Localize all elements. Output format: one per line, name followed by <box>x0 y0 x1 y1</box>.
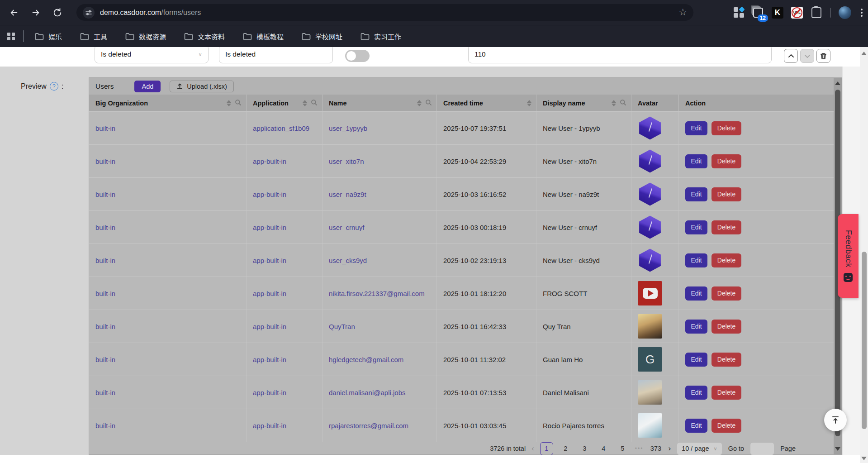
sort-icon[interactable] <box>303 100 307 106</box>
help-icon[interactable]: ? <box>50 82 58 91</box>
is-deleted-select[interactable]: Is deleted ∨ <box>95 47 209 63</box>
application-link[interactable]: app-built-in <box>253 422 286 430</box>
sort-icon[interactable] <box>527 100 531 106</box>
move-down-button[interactable] <box>800 49 814 63</box>
browser-scrollbar-thumb[interactable] <box>862 252 867 429</box>
move-up-button[interactable] <box>784 49 798 63</box>
search-icon[interactable] <box>620 99 626 107</box>
delete-button[interactable]: Delete <box>711 253 741 267</box>
organization-link[interactable]: built-in <box>95 224 115 231</box>
prev-page-button[interactable]: ‹ <box>531 444 534 453</box>
column-header[interactable]: Avatar <box>631 95 679 111</box>
delete-button[interactable]: Delete <box>711 187 741 201</box>
user-name-link[interactable]: rpajarestorres@gmail.com <box>329 422 408 430</box>
search-icon[interactable] <box>235 99 242 107</box>
application-link[interactable]: app-built-in <box>253 158 286 165</box>
add-button[interactable]: Add <box>134 81 161 92</box>
delete-button[interactable]: Delete <box>711 220 741 234</box>
user-name-link[interactable]: user_xito7n <box>329 158 364 165</box>
sort-icon[interactable] <box>612 100 616 106</box>
column-header[interactable]: Name <box>323 95 437 111</box>
bookmark-folder[interactable]: 学校网址 <box>302 32 342 41</box>
application-link[interactable]: app-built-in <box>253 323 286 330</box>
pagination-ellipsis[interactable]: ••• <box>635 445 644 452</box>
keepa-extension-icon[interactable]: K <box>772 7 783 19</box>
bookmark-folder[interactable]: 工具 <box>80 32 107 41</box>
tab-organizer-extension-icon[interactable] <box>733 7 745 19</box>
column-header[interactable]: Action <box>679 95 834 111</box>
bookmark-folder[interactable]: 数据资源 <box>125 32 166 41</box>
is-deleted-input[interactable]: Is deleted <box>219 47 333 63</box>
edit-button[interactable]: Edit <box>685 253 707 267</box>
pagination-page-1[interactable]: 1 <box>540 442 553 455</box>
pagination-page-5[interactable]: 5 <box>616 442 629 455</box>
bookmark-folder[interactable]: 实习工作 <box>360 32 401 41</box>
profile-avatar[interactable] <box>839 6 851 19</box>
edit-button[interactable]: Edit <box>685 320 707 334</box>
application-link[interactable]: app-built-in <box>253 257 286 264</box>
feedback-tab[interactable]: Feedback <box>838 214 859 298</box>
browser-scrollbar[interactable] <box>860 47 868 463</box>
back-button[interactable] <box>6 5 22 20</box>
number-input[interactable]: 110 <box>468 47 772 63</box>
forward-button[interactable] <box>28 5 43 20</box>
application-link[interactable]: app-built-in <box>253 191 286 198</box>
column-header[interactable]: Created time <box>437 95 536 111</box>
user-name-link[interactable]: nikita.firsov.221337@gmail.com <box>329 290 425 297</box>
application-link[interactable]: app-built-in <box>253 356 286 363</box>
organization-link[interactable]: built-in <box>95 158 115 165</box>
edit-button[interactable]: Edit <box>685 187 707 201</box>
application-link[interactable]: app-built-in <box>253 389 286 396</box>
edit-button[interactable]: Edit <box>685 286 707 301</box>
pagination-page-4[interactable]: 4 <box>597 442 610 455</box>
column-header[interactable]: Big Organization <box>89 95 247 111</box>
site-settings-icon[interactable] <box>83 7 95 19</box>
scroll-up-icon[interactable] <box>861 52 867 55</box>
organization-link[interactable]: built-in <box>95 257 115 264</box>
delete-button[interactable]: Delete <box>711 320 741 334</box>
organization-link[interactable]: built-in <box>95 191 115 198</box>
address-bar[interactable]: demo.casdoor.com/forms/users ☆ <box>76 4 693 21</box>
edit-button[interactable]: Edit <box>685 121 707 135</box>
delete-button[interactable]: Delete <box>711 386 741 400</box>
bookmark-folder[interactable]: 文本资料 <box>184 32 225 41</box>
search-icon[interactable] <box>425 99 432 107</box>
organization-link[interactable]: built-in <box>95 422 115 430</box>
reload-button[interactable] <box>50 5 65 20</box>
delete-button[interactable]: Delete <box>711 353 741 367</box>
upload-button[interactable]: Upload (.xlsx) <box>170 81 234 92</box>
application-link[interactable]: app-built-in <box>253 224 286 231</box>
clipboard-extension-icon[interactable] <box>811 7 822 19</box>
delete-button[interactable]: Delete <box>711 154 741 168</box>
bookmark-folder[interactable]: 模板教程 <box>243 32 284 41</box>
tab-groups-extension-icon[interactable]: 12 <box>752 7 764 19</box>
is-deleted-toggle[interactable] <box>345 50 370 62</box>
pagination-page-3[interactable]: 3 <box>578 442 591 455</box>
scroll-up-icon[interactable] <box>835 81 840 85</box>
user-name-link[interactable]: user_1ypyyb <box>329 124 367 132</box>
delete-button[interactable]: Delete <box>711 121 741 135</box>
tab-users[interactable]: Users <box>95 82 114 91</box>
scroll-down-icon[interactable] <box>861 457 867 460</box>
url-blocker-extension-icon[interactable]: URL <box>791 7 803 19</box>
page-size-select[interactable]: 10 / page ∨ <box>677 442 722 455</box>
user-name-link[interactable]: user_crnuyf <box>329 224 364 231</box>
user-name-link[interactable]: user_cks9yd <box>329 257 367 264</box>
pagination-page-2[interactable]: 2 <box>559 442 572 455</box>
column-header[interactable]: Display name <box>536 95 631 111</box>
delete-button[interactable]: Delete <box>711 286 741 301</box>
next-page-button[interactable]: › <box>668 444 671 453</box>
user-name-link[interactable]: QuyTran <box>329 323 355 330</box>
organization-link[interactable]: built-in <box>95 290 115 297</box>
application-link[interactable]: app-built-in <box>253 290 286 297</box>
back-to-top-button[interactable] <box>824 409 847 431</box>
edit-button[interactable]: Edit <box>685 419 707 433</box>
column-header[interactable]: Application <box>247 95 323 111</box>
scroll-down-icon[interactable] <box>835 447 840 451</box>
edit-button[interactable]: Edit <box>685 220 707 234</box>
search-icon[interactable] <box>311 99 318 107</box>
user-name-link[interactable]: hgledgetech@gmail.com <box>329 356 403 363</box>
organization-link[interactable]: built-in <box>95 356 115 363</box>
bookmark-folder[interactable]: 娱乐 <box>35 32 62 41</box>
pagination-page-last[interactable]: 373 <box>649 442 662 455</box>
